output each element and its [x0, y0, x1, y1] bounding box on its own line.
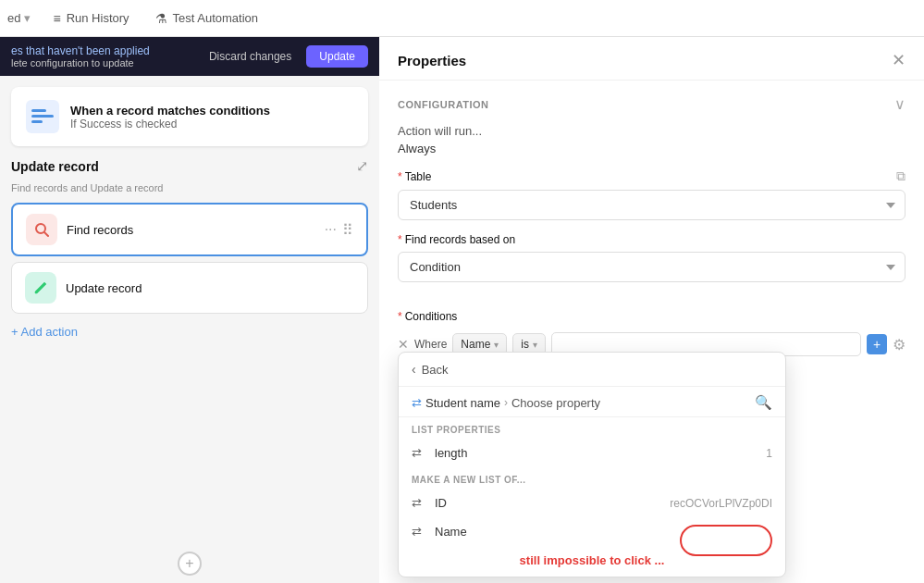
table-required-star: *: [398, 170, 402, 183]
breadcrumb-student-name: Student name: [425, 396, 500, 410]
search-icon: [32, 220, 51, 239]
topbar-left-text: ed ▾: [7, 11, 38, 25]
conditions-title: * Conditions: [398, 310, 906, 323]
expand-icon[interactable]: ⤢: [356, 157, 368, 175]
main-layout: es that haven't been applied lete config…: [0, 37, 924, 583]
trigger-card[interactable]: When a record matches conditions If Succ…: [11, 87, 368, 146]
svg-rect-2: [31, 115, 54, 118]
table-label: * Table ⧉: [398, 168, 906, 184]
pencil-icon: [31, 279, 50, 297]
topbar: ed ▾ ≡ Run History ⚗ Test Automation: [0, 0, 924, 37]
dropdown-item-name[interactable]: ⇄ Name: [399, 517, 785, 546]
back-arrow-icon: ‹: [412, 362, 416, 377]
dropdown-item-id[interactable]: ⇄ ID recOCVorLPlVZp0DI: [399, 489, 785, 517]
length-value: 1: [766, 447, 772, 460]
drag-icon[interactable]: ⠿: [342, 221, 353, 239]
condition-where-label: Where: [414, 338, 447, 351]
dropdown-icon[interactable]: ▾: [24, 11, 31, 25]
find-records-based-on-label: * Find records based on: [398, 233, 906, 246]
properties-title: Properties: [398, 53, 466, 68]
dropdown-item-length-name: ⇄ length: [412, 446, 467, 460]
find-records-required-star: *: [398, 233, 402, 246]
warning-bar: es that haven't been applied lete config…: [0, 37, 379, 76]
warning-line1: es that haven't been applied: [11, 44, 202, 57]
close-properties-button[interactable]: ✕: [892, 50, 906, 70]
add-action-button[interactable]: + Add action: [11, 321, 368, 342]
find-records-step[interactable]: Find records ··· ⠿: [11, 203, 368, 256]
length-icon: ⇄: [412, 446, 422, 460]
update-button[interactable]: Update: [306, 45, 368, 68]
dropdown-item-id-name: ⇄ ID: [412, 496, 447, 510]
table-field-group: * Table ⧉ Students: [398, 168, 906, 220]
conditions-required-star: *: [398, 310, 402, 323]
warning-actions: Discard changes Update: [202, 45, 368, 68]
action-will-run-value: Always: [398, 142, 906, 155]
make-new-list-section-label: MAKE A NEW LIST OF...: [399, 467, 785, 489]
right-panel: Properties ✕ CONFIGURATION ∨ Action will…: [379, 37, 924, 583]
name-pill-arrow: ▾: [494, 340, 499, 350]
run-history-label: Run History: [67, 11, 129, 25]
action-will-run-label: Action will run...: [398, 124, 906, 138]
name-icon: ⇄: [412, 525, 422, 539]
property-dropdown: ‹ Back ⇄ Student name › Choose property …: [398, 352, 786, 577]
test-automation-label: Test Automation: [173, 11, 259, 25]
find-records-field-group: * Find records based on Condition: [398, 233, 906, 282]
copy-icon[interactable]: ⧉: [896, 168, 906, 184]
id-icon: ⇄: [412, 496, 422, 510]
svg-line-5: [44, 232, 48, 236]
run-history-icon: ≡: [53, 11, 60, 26]
action-header: Update record ⤢: [11, 157, 368, 175]
config-collapse-icon[interactable]: ∨: [894, 95, 906, 113]
is-pill-arrow: ▾: [533, 340, 537, 350]
discard-changes-button[interactable]: Discard changes: [202, 46, 299, 67]
properties-header: Properties ✕: [379, 37, 924, 81]
action-title: Update record: [11, 159, 99, 174]
update-record-label: Update record: [66, 281, 354, 295]
trigger-title: When a record matches conditions: [70, 104, 270, 118]
dropdown-breadcrumb: ⇄ Student name › Choose property 🔍: [399, 387, 785, 417]
breadcrumb-icon: ⇄: [412, 396, 422, 410]
update-record-step[interactable]: Update record: [11, 262, 368, 314]
trigger-text: When a record matches conditions If Succ…: [70, 104, 270, 130]
id-value: recOCVorLPlVZp0DI: [670, 497, 772, 510]
config-section: CONFIGURATION ∨ Action will run... Alway…: [379, 81, 924, 310]
more-icon[interactable]: ···: [325, 221, 337, 239]
action-subtitle: Find records and Update a record: [11, 182, 368, 193]
breadcrumb-choose-property: Choose property: [511, 396, 600, 410]
warning-text: es that haven't been applied lete config…: [11, 44, 202, 68]
step-actions-find: ··· ⠿: [325, 221, 353, 239]
action-will-run-group: Action will run... Always: [398, 124, 906, 155]
test-automation-tab[interactable]: ⚗ Test Automation: [144, 6, 270, 31]
edit-step-icon: [25, 272, 56, 304]
condition-remove-button[interactable]: ✕: [398, 337, 409, 352]
dropdown-back-button[interactable]: ‹ Back: [399, 353, 785, 387]
topbar-left-label: ed: [7, 11, 20, 25]
svg-rect-3: [31, 120, 43, 123]
add-bottom-button[interactable]: +: [178, 552, 202, 576]
action-section: Update record ⤢ Find records and Update …: [11, 157, 368, 544]
impossible-click-annotation: still impossible to click ...: [399, 546, 785, 577]
list-properties-section-label: LIST PROPERTIES: [399, 417, 785, 439]
breadcrumb-separator: ›: [504, 396, 508, 409]
config-section-title: CONFIGURATION: [398, 99, 489, 110]
left-panel: es that haven't been applied lete config…: [0, 37, 379, 583]
test-automation-icon: ⚗: [155, 11, 167, 26]
dropdown-item-name-label: ⇄ Name: [412, 525, 467, 539]
run-history-tab[interactable]: ≡ Run History: [42, 6, 140, 31]
dropdown-item-length[interactable]: ⇄ length 1: [399, 439, 785, 467]
condition-add-icon-button[interactable]: +: [867, 334, 887, 354]
trigger-subtitle: If Success is checked: [70, 118, 270, 130]
trigger-icon: [26, 100, 59, 133]
find-records-label: Find records: [67, 223, 315, 237]
dropdown-search-icon[interactable]: 🔍: [755, 394, 772, 411]
warning-line2: lete configuration to update: [11, 57, 202, 68]
table-select[interactable]: Students: [398, 190, 906, 220]
svg-rect-1: [31, 109, 46, 112]
config-section-header: CONFIGURATION ∨: [398, 95, 906, 113]
find-records-select[interactable]: Condition: [398, 252, 906, 282]
condition-gear-button[interactable]: ⚙: [893, 336, 906, 354]
search-step-icon: [26, 214, 57, 245]
